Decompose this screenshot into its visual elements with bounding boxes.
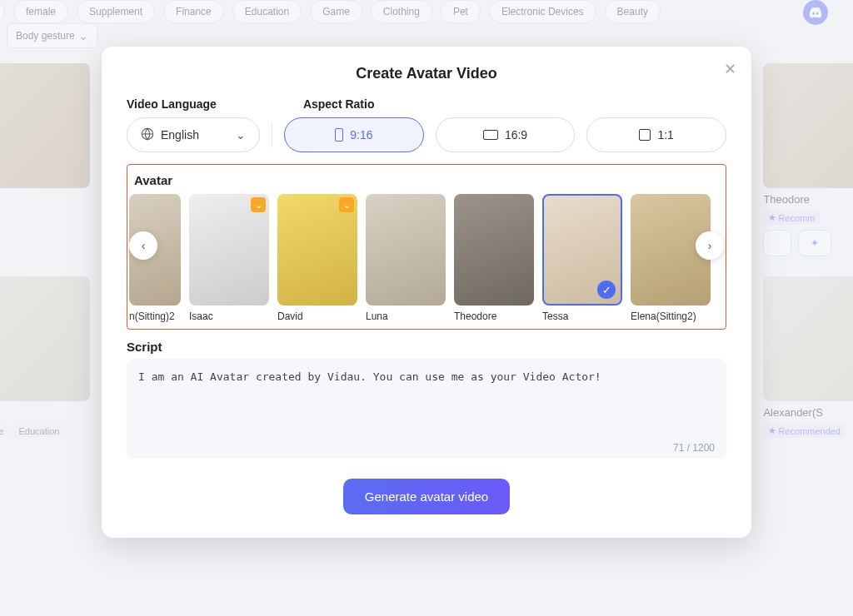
close-icon[interactable]: ✕ [724, 60, 736, 78]
avatar-name: Isaac [189, 310, 269, 322]
generate-button[interactable]: Generate avatar video [343, 479, 510, 514]
avatar-name: Tessa [542, 310, 622, 322]
avatar-name: n(Sitting)2 [129, 310, 181, 322]
avatar-name: Luna [366, 310, 446, 322]
chevron-right-icon: › [708, 239, 712, 252]
avatar-section: Avatar ‹ › n(Sitting)2 ⌄ Isaac ⌄ David L… [127, 164, 726, 330]
avatar-section-label: Avatar [131, 173, 722, 187]
carousel-next-button[interactable]: › [696, 231, 724, 260]
ratio-label: 16:9 [505, 128, 527, 142]
language-value: English [161, 128, 199, 142]
avatar-option[interactable]: ⌄ Isaac [189, 194, 269, 322]
landscape-icon [483, 130, 498, 140]
ratio-916-button[interactable]: 9:16 [284, 117, 424, 152]
avatar-option[interactable]: Elena(Sitting2) [631, 194, 711, 322]
avatar-name: Elena(Sitting2) [631, 310, 711, 322]
avatar-option[interactable]: ⌄ David [277, 194, 357, 322]
language-select[interactable]: English ⌄ [127, 117, 260, 152]
flag-icon: ⌄ [251, 197, 266, 212]
carousel-prev-button[interactable]: ‹ [129, 231, 157, 260]
video-language-label: Video Language [127, 97, 217, 111]
ratio-11-button[interactable]: 1:1 [586, 117, 726, 152]
avatar-option[interactable]: Luna [366, 194, 446, 322]
avatar-carousel[interactable]: n(Sitting)2 ⌄ Isaac ⌄ David Luna Theodor… [129, 194, 722, 322]
char-count: 71 / 1200 [673, 442, 715, 454]
create-avatar-modal: ✕ Create Avatar Video Video Language Asp… [102, 47, 751, 538]
avatar-thumb [366, 194, 446, 306]
check-icon: ✓ [597, 281, 616, 299]
avatar-name: Theodore [454, 310, 534, 322]
avatar-thumb: ⌄ [189, 194, 269, 306]
square-icon [639, 129, 651, 141]
modal-title: Create Avatar Video [127, 65, 726, 82]
divider [272, 122, 272, 147]
chevron-down-icon: ⌄ [236, 128, 246, 142]
avatar-option[interactable]: Theodore [454, 194, 534, 322]
ratio-label: 1:1 [657, 128, 673, 142]
ratio-169-button[interactable]: 16:9 [436, 117, 576, 152]
avatar-name: David [277, 310, 357, 322]
avatar-thumb: ✓ [542, 194, 622, 306]
avatar-option-selected[interactable]: ✓ Tessa [542, 194, 622, 322]
script-label: Script [127, 340, 726, 354]
script-input[interactable] [127, 359, 726, 459]
flag-icon: ⌄ [339, 197, 354, 212]
avatar-thumb: ⌄ [277, 194, 357, 306]
chevron-left-icon: ‹ [142, 239, 146, 252]
ratio-label: 9:16 [350, 128, 372, 142]
aspect-ratio-label: Aspect Ratio [303, 97, 375, 111]
portrait-icon [335, 128, 343, 142]
globe-icon [141, 127, 154, 143]
avatar-thumb [454, 194, 534, 306]
